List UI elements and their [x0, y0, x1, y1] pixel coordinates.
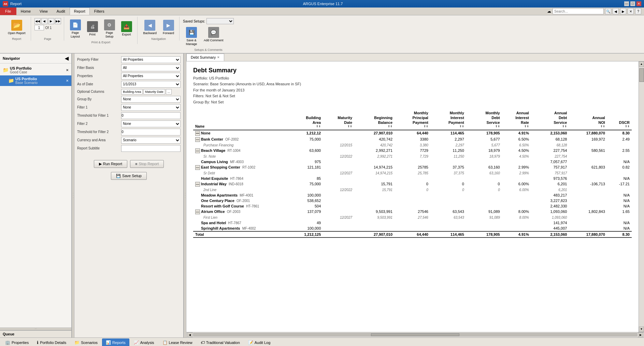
expand-icon[interactable]: —	[195, 210, 200, 214]
cell-annual-debt-service: 757,917	[531, 171, 569, 176]
tab-audit[interactable]: Audit	[52, 8, 70, 15]
export-btn[interactable]: 📤 Export	[119, 20, 134, 38]
h-scroll-right-btn[interactable]: ▶	[638, 332, 643, 337]
search-fwd-btn[interactable]: ▶	[620, 8, 626, 14]
tab-view[interactable]: View	[35, 8, 52, 15]
page-setup-btn[interactable]: ⚙ PageSetup	[102, 18, 117, 40]
bottom-tab-lease-review[interactable]: 📋Lease Review	[159, 338, 196, 346]
filter-field-select[interactable]: All	[121, 64, 181, 71]
saved-setups-select[interactable]	[206, 18, 234, 24]
search-button[interactable]: 🔍	[605, 8, 611, 14]
help-btn[interactable]: ?	[635, 8, 641, 14]
cell-beginning-balance: 9,503,991	[354, 215, 395, 220]
tab-file[interactable]: File	[0, 8, 16, 15]
scroll-down-btn[interactable]: ▼	[639, 327, 644, 332]
save-setup-container: 💾 Save Setup	[77, 172, 181, 180]
bottom-tab-portfolio-details[interactable]: ℹPortfolio Details	[33, 338, 70, 346]
filter-field-input[interactable]	[121, 145, 181, 152]
open-report-btn[interactable]: 📂 Open Report	[5, 18, 28, 37]
restore-btn[interactable]: □	[630, 1, 635, 6]
cell-annual-noi	[569, 143, 607, 148]
filter-field-select[interactable]: 1/1/2013	[121, 81, 181, 88]
bottom-tab-label: Reports	[112, 341, 126, 345]
backward-btn[interactable]: ◀ Backward	[141, 18, 159, 37]
nav-us-portfolio-selected[interactable]: 📁 US Portfolio Base Scenario ✕	[0, 75, 71, 86]
search-back-btn[interactable]: ◀	[613, 8, 619, 14]
stop-report-btn[interactable]: ■ Stop Report	[130, 160, 164, 168]
cell-building-area: 63,600	[291, 148, 323, 154]
cell-monthly-interest: 2,297	[430, 143, 466, 148]
save-manage-btn[interactable]: 💾 Save &Manage	[183, 26, 200, 47]
scroll-up-btn[interactable]: ▲	[639, 61, 644, 67]
cell-dscr: N/A	[607, 198, 632, 203]
h-scroll-left-btn[interactable]: ◀	[187, 332, 192, 337]
filter-field-select[interactable]: None	[121, 120, 181, 127]
add-comment-btn[interactable]: 💬 Add Comment	[201, 26, 226, 47]
page-number-input[interactable]	[34, 25, 44, 30]
minimize-btn[interactable]: —	[624, 1, 629, 6]
bottom-tab-traditional-valuation[interactable]: 🏷Traditional Valuation	[197, 338, 244, 346]
nav-selected-close-icon[interactable]: ✕	[66, 79, 69, 83]
expand-icon[interactable]: —	[195, 165, 200, 170]
bottom-tab-audit-log[interactable]: 📝Audit Log	[244, 338, 274, 346]
filter-field-input[interactable]	[121, 129, 181, 135]
h-scrollbar[interactable]: ◀ ▶	[186, 332, 644, 337]
run-report-btn[interactable]: ▶ Run Report	[94, 160, 127, 168]
optional-col-maturity-date-btn[interactable]: Maturity Date	[143, 89, 165, 95]
tab-home[interactable]: Home	[16, 8, 35, 15]
bottom-tab-properties[interactable]: 🏢Properties	[1, 338, 32, 346]
bottom-tab-scenarios[interactable]: 📁Scenarios	[71, 338, 101, 346]
bottom-tab-analysis[interactable]: 📈Analysis	[130, 338, 158, 346]
page-next-btn[interactable]: ▶	[48, 18, 54, 24]
help-cloud-btn[interactable]: ☁	[547, 9, 551, 14]
forward-btn[interactable]: ▶ Forward	[160, 18, 176, 37]
optional-col-more-btn[interactable]: ...	[166, 89, 172, 95]
cell-annual-noi: 169,972	[569, 136, 607, 143]
expand-icon[interactable]: —	[195, 131, 200, 136]
print-btn[interactable]: 🖨 Print	[85, 20, 100, 38]
scroll-thumb[interactable]	[639, 68, 644, 82]
filter-field-label: Property Filter	[77, 58, 121, 61]
h-scroll-thumb[interactable]	[371, 333, 460, 336]
bottom-tab-reports[interactable]: 📊Reports	[102, 338, 129, 346]
v-scrollbar[interactable]: ▲ ▼	[639, 61, 644, 332]
nav-portfolio-close-icon[interactable]: ✕	[66, 68, 69, 72]
expand-icon[interactable]: —	[195, 182, 200, 187]
filter-field-select[interactable]: Scenario	[121, 137, 181, 144]
page-prev-btn[interactable]: ◀	[41, 18, 47, 24]
cell-beginning-balance: 2,992,271	[354, 154, 395, 159]
nav-resize-handle[interactable]: ···	[0, 328, 71, 330]
filter-field-input[interactable]	[121, 112, 181, 119]
queue-section[interactable]: Queue	[0, 330, 71, 337]
report-tab-debt-summary[interactable]: Debt Summary ✕	[186, 54, 224, 61]
page-first-btn[interactable]: ◀◀	[34, 18, 41, 24]
cell-building-area: 504	[291, 203, 323, 209]
filter-field-select[interactable]: None	[121, 104, 181, 111]
optional-col-building-area-btn[interactable]: Building Area	[121, 89, 143, 95]
nav-us-portfolio-group[interactable]: 📁 US Portfolio Good Case ✕	[0, 65, 71, 75]
nav-divider[interactable]: · · ·	[72, 54, 74, 337]
filter-divider[interactable]: · · ·	[184, 54, 186, 337]
navigator-collapse-btn[interactable]: ◀	[65, 56, 69, 61]
expand-icon[interactable]: —	[195, 137, 200, 142]
ribbon-group-print: 📄 PageLayout 🖨 Print ⚙ PageSetup 📤 Expor…	[65, 17, 138, 44]
tab-report[interactable]: Report	[70, 8, 90, 15]
cell-annual-debt-service: 68,128	[531, 136, 569, 143]
page-last-btn[interactable]: ▶▶	[55, 18, 61, 24]
navigator-title: Navigator	[3, 56, 20, 60]
close-btn[interactable]: ✕	[636, 1, 641, 6]
search-close-btn[interactable]: ✕	[628, 8, 634, 14]
cell-annual-debt-service: 6,201	[531, 181, 569, 187]
search-input[interactable]	[553, 8, 604, 14]
page-layout-btn[interactable]: 📄 PageLayout	[68, 18, 83, 40]
save-setup-btn[interactable]: 💾 Save Setup	[111, 172, 147, 180]
filter-field-select[interactable]: None	[121, 96, 181, 103]
property-code: MF-4001	[240, 193, 253, 197]
expand-icon[interactable]: —	[195, 148, 200, 153]
filter-field-select[interactable]: All Properties	[121, 56, 181, 63]
cell-name: Campus Living MF-4003	[193, 159, 291, 164]
tab-filters[interactable]: Filters	[90, 8, 109, 15]
report-tab-close-icon[interactable]: ✕	[217, 56, 220, 59]
filter-field-select[interactable]: All Properties	[121, 73, 181, 80]
window-menu-report[interactable]: Report	[10, 2, 22, 6]
